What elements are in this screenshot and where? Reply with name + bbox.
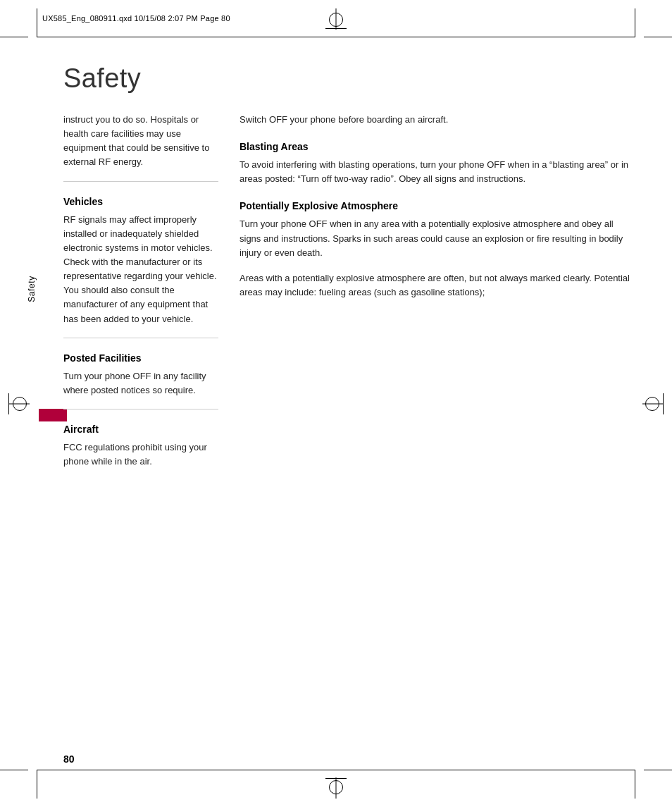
aircraft-cont-text: Switch OFF your phone before boarding an… xyxy=(239,113,630,127)
footer-rule xyxy=(37,770,635,770)
sidebar-label-wrapper: Safety xyxy=(11,247,53,331)
crop-mark-tl-h xyxy=(0,37,28,37)
vehicles-heading: Vehicles xyxy=(63,196,218,207)
crop-mark-bl-h xyxy=(0,770,28,770)
explosive-heading: Potentially Explosive Atmosphere xyxy=(239,200,630,211)
posted-text: Turn your phone OFF in any facility wher… xyxy=(63,369,218,398)
reg-mark-top-circle xyxy=(329,13,343,27)
crop-mark-bl-v xyxy=(37,770,37,799)
blasting-heading: Blasting Areas xyxy=(239,141,630,152)
reg-mark-left-circle xyxy=(13,397,27,411)
aircraft-text: FCC regulations prohibit using your phon… xyxy=(63,441,218,469)
reg-mark-right-circle xyxy=(645,397,659,411)
reg-mark-bottom-circle xyxy=(329,780,343,794)
sep-line-vehicles xyxy=(63,181,218,182)
crop-mark-tr-h xyxy=(644,37,672,37)
aircraft-heading: Aircraft xyxy=(63,424,218,435)
intro-paragraph: instruct you to do so. Hospitals or heal… xyxy=(63,113,218,170)
crop-mark-tr-v xyxy=(635,8,635,37)
red-accent-bar xyxy=(39,409,67,421)
sidebar-label: Safety xyxy=(27,276,37,302)
left-column: instruct you to do so. Hospitals or heal… xyxy=(63,113,218,751)
right-column: Switch OFF your phone before boarding an… xyxy=(239,113,630,751)
sep-line-aircraft xyxy=(63,409,218,409)
content-area: instruct you to do so. Hospitals or heal… xyxy=(63,113,630,751)
explosive-text2: Areas with a potentially explosive atmos… xyxy=(239,271,630,300)
crop-mark-tl-v xyxy=(37,8,37,37)
page-number: 80 xyxy=(63,753,75,765)
explosive-text1: Turn your phone OFF when in any area wit… xyxy=(239,217,630,259)
crop-mark-br-v xyxy=(635,770,635,799)
page-title: Safety xyxy=(63,63,141,94)
sep-line-posted xyxy=(63,338,218,338)
header-text: UX585_Eng_080911.qxd 10/15/08 2:07 PM Pa… xyxy=(42,14,230,23)
crop-mark-br-h xyxy=(644,770,672,770)
reg-mark-right-v xyxy=(663,393,664,414)
blasting-text: To avoid interfering with blasting opera… xyxy=(239,158,630,186)
reg-mark-left-v xyxy=(8,393,9,414)
header-rule xyxy=(37,37,635,37)
posted-heading: Posted Facilities xyxy=(63,352,218,364)
vehicles-text: RF signals may affect improperly install… xyxy=(63,213,218,326)
